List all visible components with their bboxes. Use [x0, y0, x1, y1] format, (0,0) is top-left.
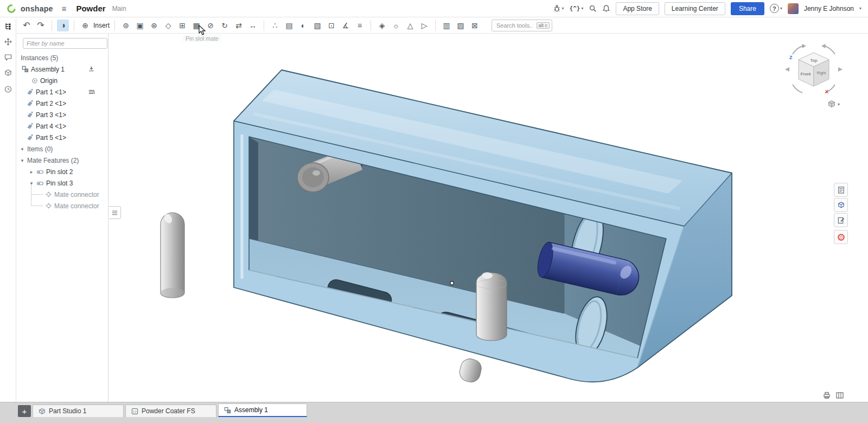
- tree-item-mate[interactable]: ▾ Pin slot 3: [16, 177, 108, 189]
- assembly-tool-icon[interactable]: ⇄: [233, 20, 245, 31]
- assembly-tool-icon[interactable]: ⊡: [326, 20, 337, 31]
- assembly-tool-icon[interactable]: ≡: [354, 20, 366, 31]
- mate-tool-icon[interactable]: ⊚: [120, 20, 132, 31]
- history-icon[interactable]: [3, 84, 13, 94]
- new-tab-button[interactable]: +: [18, 405, 31, 417]
- filter-row: [16, 38, 108, 49]
- tree-item-mate-connector[interactable]: Mate connector: [16, 189, 108, 200]
- chevron-down-icon: ▾: [20, 158, 25, 163]
- tree-item-assembly[interactable]: Assembly 1: [16, 63, 108, 75]
- assembly-tool-icon[interactable]: ⊞: [176, 20, 188, 31]
- assembly-tool-icon[interactable]: ☼: [390, 20, 402, 31]
- assembly-tool-icon[interactable]: ▤: [283, 20, 295, 31]
- slot-pin-bottom-tip[interactable]: [458, 357, 483, 384]
- pin-part-loose[interactable]: [161, 213, 184, 298]
- part-action-icon[interactable]: [88, 88, 95, 95]
- assembly-tool-icon[interactable]: ▨: [455, 20, 467, 31]
- assembly-tool-icon[interactable]: ◇: [162, 20, 174, 31]
- panel-collapse-handle[interactable]: [109, 206, 121, 219]
- group-tool-icon[interactable]: ▣: [134, 20, 146, 31]
- part-icon: [26, 100, 34, 107]
- tab-feature-studio[interactable]: { } Powder Coater FS: [125, 405, 216, 417]
- notifications-bell-icon[interactable]: [602, 4, 610, 12]
- items-header[interactable]: ▾ Items (0): [16, 143, 108, 155]
- view-cube-icon: [827, 100, 836, 108]
- user-avatar[interactable]: [788, 3, 799, 14]
- onshape-logo-icon[interactable]: [7, 4, 16, 14]
- pin-part-standing[interactable]: [476, 272, 507, 341]
- onshape-logo-text[interactable]: onshape: [21, 4, 53, 13]
- tree-item-part[interactable]: Part 1 <1>: [16, 86, 108, 98]
- assembly-tool-icon[interactable]: ∡: [340, 20, 352, 31]
- assembly-tool-icon[interactable]: ▥: [441, 20, 452, 31]
- shortcut-badge: alt c: [537, 22, 550, 29]
- instances-header[interactable]: Instances (5): [16, 52, 108, 63]
- view-cube[interactable]: Top Front Right Z X: [784, 41, 844, 106]
- tab-part-studio[interactable]: Part Studio 1: [33, 405, 124, 417]
- assembly-tool-icon[interactable]: ◈: [376, 20, 388, 31]
- versions-icon[interactable]: [3, 68, 13, 78]
- filter-input[interactable]: [23, 38, 107, 49]
- undo-button[interactable]: ↶: [21, 20, 33, 31]
- assembly-tool-icon[interactable]: ↔: [247, 20, 259, 31]
- learning-center-button[interactable]: Learning Center: [665, 2, 725, 15]
- assembly-tool-icon[interactable]: ∴: [269, 20, 281, 31]
- graphics-canvas[interactable]: Pin slot mate Top Front: [109, 34, 868, 402]
- printer-icon[interactable]: [822, 391, 831, 400]
- app-store-button[interactable]: App Store: [616, 2, 659, 15]
- mate-features-header[interactable]: ▾ Mate Features (2): [16, 155, 108, 166]
- caret-down-icon[interactable]: ▾: [859, 6, 861, 11]
- comments-icon[interactable]: [3, 53, 13, 62]
- chevron-down-icon: ▾: [20, 146, 25, 152]
- assembly-tool-icon[interactable]: △: [404, 20, 416, 31]
- document-panel-button[interactable]: [834, 183, 848, 197]
- part-studio-icon: [39, 408, 46, 415]
- search-tools-input[interactable]: [496, 22, 532, 29]
- origin-marker[interactable]: [450, 281, 454, 285]
- active-tool-button[interactable]: ◑: [57, 20, 69, 31]
- x-axis-label: X: [825, 89, 828, 94]
- assembly-tool-icon[interactable]: ↻: [219, 20, 231, 31]
- featurescript-menu[interactable]: {^} ▾: [570, 5, 584, 12]
- left-icon-strip: [0, 17, 16, 402]
- tree-item-part[interactable]: Part 2 <1>: [16, 98, 108, 109]
- assembly-tool-icon[interactable]: ⊘: [205, 20, 216, 31]
- tree-item-part[interactable]: Part 5 <1>: [16, 132, 108, 143]
- viewcube-top-label: Top: [810, 58, 818, 63]
- assembly-icon: [22, 66, 29, 73]
- tab-assembly[interactable]: Assembly 1: [218, 403, 307, 417]
- user-name[interactable]: Jenny E Johnson: [804, 5, 854, 12]
- mate-connector-icon: [45, 202, 52, 209]
- menu-hamburger-icon[interactable]: ≡: [62, 4, 67, 13]
- redo-button[interactable]: ↷: [35, 20, 47, 31]
- assembly-action-icon[interactable]: [88, 66, 95, 73]
- bug-menu[interactable]: ▾: [553, 4, 564, 12]
- workspace-name[interactable]: Main: [112, 5, 126, 12]
- share-button[interactable]: Share: [731, 2, 764, 15]
- assembly-tool-icon[interactable]: ▷: [418, 20, 430, 31]
- bug-icon: [553, 4, 561, 12]
- tree-item-mate-connector[interactable]: Mate connector: [16, 200, 108, 211]
- edit-panel-button[interactable]: [834, 213, 848, 227]
- tool-tooltip: Pin slot mate: [183, 35, 221, 42]
- tree-item-mate[interactable]: ▸ Pin slot 2: [16, 166, 108, 177]
- assembly-tool-icon[interactable]: ◐: [297, 20, 309, 31]
- tree-item-part[interactable]: Part 3 <1>: [16, 109, 108, 120]
- table-columns-icon[interactable]: [835, 391, 844, 400]
- tree-item-origin[interactable]: Origin: [16, 75, 108, 86]
- search-icon[interactable]: [589, 4, 597, 12]
- tree-item-part[interactable]: Part 4 <1>: [16, 120, 108, 132]
- part-icon: [26, 111, 34, 119]
- parts-panel-button[interactable]: [834, 198, 848, 212]
- instance-tree-icon[interactable]: [3, 21, 13, 31]
- assembly-tool-icon[interactable]: ▧: [311, 20, 323, 31]
- view-options-button[interactable]: ▾: [827, 100, 840, 108]
- support-panel-button[interactable]: [834, 230, 848, 244]
- transform-icon[interactable]: [3, 37, 13, 47]
- search-tools-box[interactable]: alt c: [492, 20, 552, 31]
- assembly-3d-model[interactable]: [109, 34, 868, 402]
- insert-button[interactable]: ⊕ Insert: [79, 20, 110, 31]
- assembly-tool-icon[interactable]: ⊠: [469, 20, 481, 31]
- help-menu[interactable]: ? ▾: [770, 4, 782, 13]
- assembly-tool-icon[interactable]: ⊛: [148, 20, 160, 31]
